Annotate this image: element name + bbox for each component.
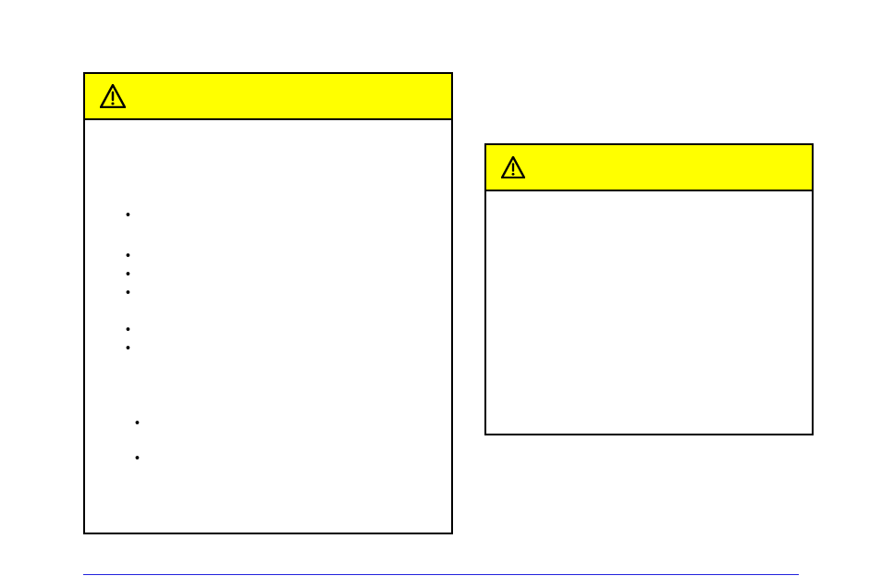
svg-point-5 — [512, 173, 515, 176]
footer-divider — [83, 574, 799, 575]
warning-panel-right — [484, 143, 814, 435]
warning-panel-left-header — [85, 74, 451, 120]
bullet-group-b: • • — [135, 416, 140, 464]
bullet: • — [135, 416, 140, 429]
bullet-group-a: • • • • • • — [126, 208, 130, 354]
bullet: • — [126, 323, 130, 336]
bullet: • — [126, 249, 130, 262]
warning-panel-left-body: • • • • • • • • — [85, 120, 451, 533]
bullet: • — [126, 286, 130, 299]
warning-panel-left: • • • • • • • • — [83, 72, 453, 534]
warning-icon — [501, 156, 525, 178]
warning-icon — [100, 84, 126, 108]
warning-panel-right-body — [486, 191, 812, 434]
bullet: • — [135, 451, 140, 464]
svg-point-2 — [111, 102, 114, 104]
warning-panel-right-header — [486, 145, 812, 191]
bullet: • — [126, 208, 130, 221]
bullet: • — [126, 267, 130, 280]
bullet: • — [126, 341, 130, 354]
